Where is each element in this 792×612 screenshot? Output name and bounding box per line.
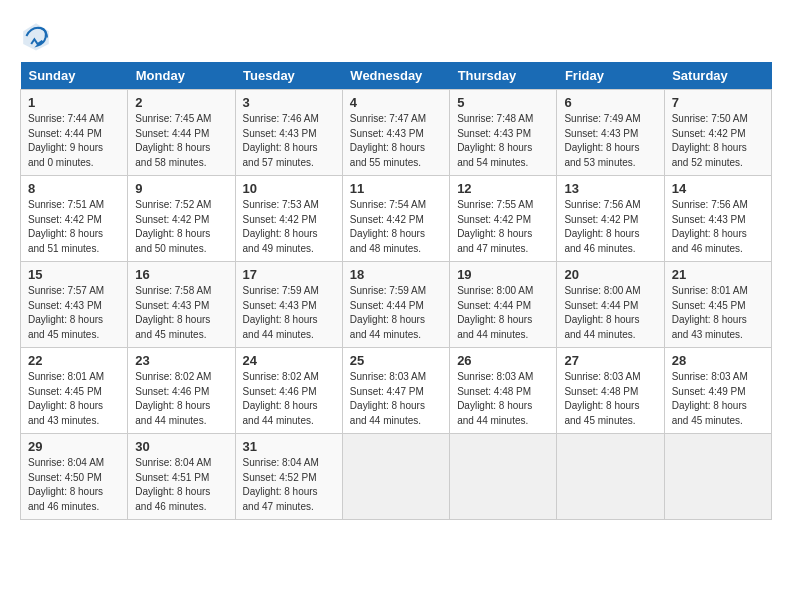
day-number: 11: [350, 181, 442, 196]
calendar-cell: 14Sunrise: 7:56 AMSunset: 4:43 PMDayligh…: [664, 176, 771, 262]
day-number: 2: [135, 95, 227, 110]
day-info: Sunrise: 7:59 AMSunset: 4:43 PMDaylight:…: [243, 284, 335, 342]
day-info: Sunrise: 7:47 AMSunset: 4:43 PMDaylight:…: [350, 112, 442, 170]
day-number: 5: [457, 95, 549, 110]
day-number: 3: [243, 95, 335, 110]
calendar-cell: [557, 434, 664, 520]
calendar-week-row: 1Sunrise: 7:44 AMSunset: 4:44 PMDaylight…: [21, 90, 772, 176]
day-number: 23: [135, 353, 227, 368]
day-number: 26: [457, 353, 549, 368]
calendar-cell: 16Sunrise: 7:58 AMSunset: 4:43 PMDayligh…: [128, 262, 235, 348]
day-number: 10: [243, 181, 335, 196]
calendar-cell: 3Sunrise: 7:46 AMSunset: 4:43 PMDaylight…: [235, 90, 342, 176]
day-info: Sunrise: 7:48 AMSunset: 4:43 PMDaylight:…: [457, 112, 549, 170]
calendar-cell: 1Sunrise: 7:44 AMSunset: 4:44 PMDaylight…: [21, 90, 128, 176]
calendar-cell: 29Sunrise: 8:04 AMSunset: 4:50 PMDayligh…: [21, 434, 128, 520]
day-info: Sunrise: 7:51 AMSunset: 4:42 PMDaylight:…: [28, 198, 120, 256]
page-header: [20, 20, 772, 52]
calendar-cell: 8Sunrise: 7:51 AMSunset: 4:42 PMDaylight…: [21, 176, 128, 262]
day-info: Sunrise: 8:03 AMSunset: 4:47 PMDaylight:…: [350, 370, 442, 428]
day-info: Sunrise: 8:00 AMSunset: 4:44 PMDaylight:…: [457, 284, 549, 342]
calendar-cell: 28Sunrise: 8:03 AMSunset: 4:49 PMDayligh…: [664, 348, 771, 434]
day-number: 28: [672, 353, 764, 368]
day-info: Sunrise: 7:58 AMSunset: 4:43 PMDaylight:…: [135, 284, 227, 342]
calendar-cell: 13Sunrise: 7:56 AMSunset: 4:42 PMDayligh…: [557, 176, 664, 262]
calendar-cell: 31Sunrise: 8:04 AMSunset: 4:52 PMDayligh…: [235, 434, 342, 520]
calendar-cell: 25Sunrise: 8:03 AMSunset: 4:47 PMDayligh…: [342, 348, 449, 434]
day-info: Sunrise: 8:03 AMSunset: 4:49 PMDaylight:…: [672, 370, 764, 428]
calendar-cell: [450, 434, 557, 520]
calendar-cell: 21Sunrise: 8:01 AMSunset: 4:45 PMDayligh…: [664, 262, 771, 348]
calendar-cell: 15Sunrise: 7:57 AMSunset: 4:43 PMDayligh…: [21, 262, 128, 348]
calendar-cell: 2Sunrise: 7:45 AMSunset: 4:44 PMDaylight…: [128, 90, 235, 176]
weekday-header-friday: Friday: [557, 62, 664, 90]
calendar-cell: 11Sunrise: 7:54 AMSunset: 4:42 PMDayligh…: [342, 176, 449, 262]
calendar-cell: 17Sunrise: 7:59 AMSunset: 4:43 PMDayligh…: [235, 262, 342, 348]
day-info: Sunrise: 8:03 AMSunset: 4:48 PMDaylight:…: [564, 370, 656, 428]
day-number: 13: [564, 181, 656, 196]
day-info: Sunrise: 7:56 AMSunset: 4:43 PMDaylight:…: [672, 198, 764, 256]
weekday-header-wednesday: Wednesday: [342, 62, 449, 90]
day-number: 7: [672, 95, 764, 110]
day-info: Sunrise: 7:57 AMSunset: 4:43 PMDaylight:…: [28, 284, 120, 342]
day-info: Sunrise: 8:03 AMSunset: 4:48 PMDaylight:…: [457, 370, 549, 428]
day-number: 24: [243, 353, 335, 368]
day-number: 12: [457, 181, 549, 196]
calendar-cell: 24Sunrise: 8:02 AMSunset: 4:46 PMDayligh…: [235, 348, 342, 434]
day-number: 18: [350, 267, 442, 282]
weekday-header-thursday: Thursday: [450, 62, 557, 90]
day-info: Sunrise: 8:02 AMSunset: 4:46 PMDaylight:…: [243, 370, 335, 428]
calendar-week-row: 29Sunrise: 8:04 AMSunset: 4:50 PMDayligh…: [21, 434, 772, 520]
calendar-cell: 7Sunrise: 7:50 AMSunset: 4:42 PMDaylight…: [664, 90, 771, 176]
day-info: Sunrise: 7:44 AMSunset: 4:44 PMDaylight:…: [28, 112, 120, 170]
day-number: 4: [350, 95, 442, 110]
day-info: Sunrise: 7:52 AMSunset: 4:42 PMDaylight:…: [135, 198, 227, 256]
calendar-cell: 12Sunrise: 7:55 AMSunset: 4:42 PMDayligh…: [450, 176, 557, 262]
day-info: Sunrise: 7:50 AMSunset: 4:42 PMDaylight:…: [672, 112, 764, 170]
calendar-cell: 5Sunrise: 7:48 AMSunset: 4:43 PMDaylight…: [450, 90, 557, 176]
day-info: Sunrise: 7:54 AMSunset: 4:42 PMDaylight:…: [350, 198, 442, 256]
calendar-week-row: 8Sunrise: 7:51 AMSunset: 4:42 PMDaylight…: [21, 176, 772, 262]
day-number: 20: [564, 267, 656, 282]
day-info: Sunrise: 7:55 AMSunset: 4:42 PMDaylight:…: [457, 198, 549, 256]
day-number: 31: [243, 439, 335, 454]
day-number: 15: [28, 267, 120, 282]
day-info: Sunrise: 7:45 AMSunset: 4:44 PMDaylight:…: [135, 112, 227, 170]
day-info: Sunrise: 7:49 AMSunset: 4:43 PMDaylight:…: [564, 112, 656, 170]
day-info: Sunrise: 7:46 AMSunset: 4:43 PMDaylight:…: [243, 112, 335, 170]
day-number: 1: [28, 95, 120, 110]
day-info: Sunrise: 8:04 AMSunset: 4:51 PMDaylight:…: [135, 456, 227, 514]
calendar-cell: [664, 434, 771, 520]
day-number: 30: [135, 439, 227, 454]
day-number: 22: [28, 353, 120, 368]
calendar-week-row: 15Sunrise: 7:57 AMSunset: 4:43 PMDayligh…: [21, 262, 772, 348]
calendar-cell: [342, 434, 449, 520]
day-info: Sunrise: 8:00 AMSunset: 4:44 PMDaylight:…: [564, 284, 656, 342]
calendar-cell: 10Sunrise: 7:53 AMSunset: 4:42 PMDayligh…: [235, 176, 342, 262]
day-number: 14: [672, 181, 764, 196]
weekday-header-saturday: Saturday: [664, 62, 771, 90]
day-number: 9: [135, 181, 227, 196]
day-number: 8: [28, 181, 120, 196]
calendar-cell: 26Sunrise: 8:03 AMSunset: 4:48 PMDayligh…: [450, 348, 557, 434]
logo: [20, 20, 56, 52]
calendar-cell: 30Sunrise: 8:04 AMSunset: 4:51 PMDayligh…: [128, 434, 235, 520]
day-info: Sunrise: 8:04 AMSunset: 4:50 PMDaylight:…: [28, 456, 120, 514]
day-number: 27: [564, 353, 656, 368]
day-info: Sunrise: 8:04 AMSunset: 4:52 PMDaylight:…: [243, 456, 335, 514]
calendar-cell: 6Sunrise: 7:49 AMSunset: 4:43 PMDaylight…: [557, 90, 664, 176]
calendar-cell: 27Sunrise: 8:03 AMSunset: 4:48 PMDayligh…: [557, 348, 664, 434]
weekday-header-monday: Monday: [128, 62, 235, 90]
calendar-cell: 20Sunrise: 8:00 AMSunset: 4:44 PMDayligh…: [557, 262, 664, 348]
day-number: 25: [350, 353, 442, 368]
day-number: 29: [28, 439, 120, 454]
calendar-cell: 19Sunrise: 8:00 AMSunset: 4:44 PMDayligh…: [450, 262, 557, 348]
calendar-week-row: 22Sunrise: 8:01 AMSunset: 4:45 PMDayligh…: [21, 348, 772, 434]
day-info: Sunrise: 8:02 AMSunset: 4:46 PMDaylight:…: [135, 370, 227, 428]
day-number: 6: [564, 95, 656, 110]
calendar-cell: 9Sunrise: 7:52 AMSunset: 4:42 PMDaylight…: [128, 176, 235, 262]
calendar-cell: 18Sunrise: 7:59 AMSunset: 4:44 PMDayligh…: [342, 262, 449, 348]
day-number: 16: [135, 267, 227, 282]
logo-icon: [20, 20, 52, 52]
day-info: Sunrise: 8:01 AMSunset: 4:45 PMDaylight:…: [28, 370, 120, 428]
